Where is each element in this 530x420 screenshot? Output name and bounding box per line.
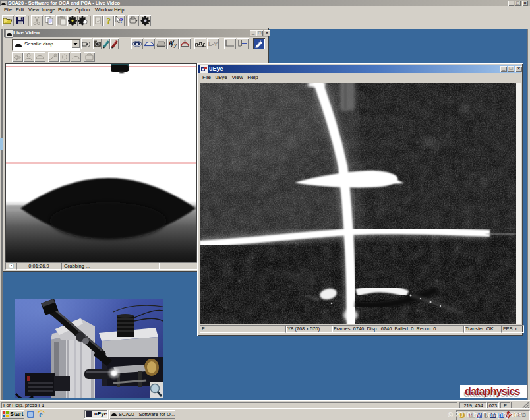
svg-text:y: y <box>173 42 177 48</box>
svg-text:θ: θ <box>169 40 173 47</box>
svg-text:?: ? <box>107 16 111 26</box>
